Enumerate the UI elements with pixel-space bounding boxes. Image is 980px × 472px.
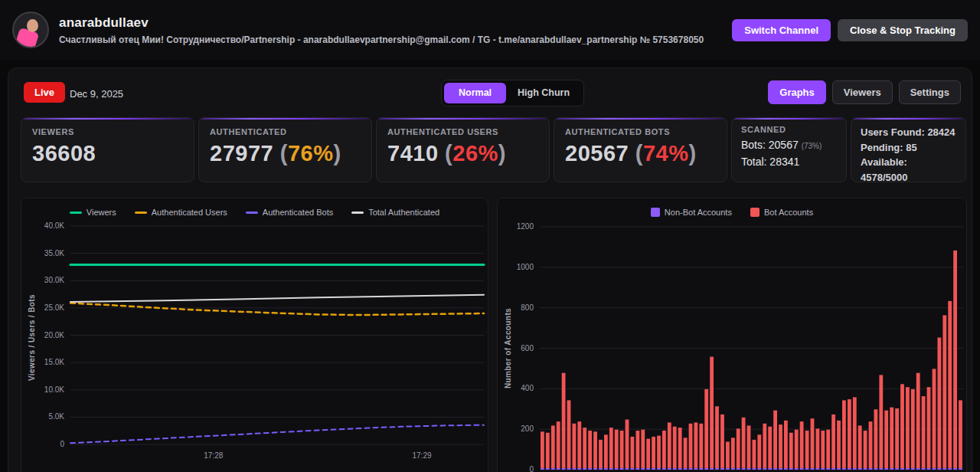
svg-text:25.0K: 25.0K <box>44 303 64 312</box>
close-stop-tracking-button[interactable]: Close & Stop Tracking <box>838 19 968 41</box>
line-chart-y-axis-label: Viewers / Users / Bots <box>28 292 36 384</box>
svg-text:10.0K: 10.0K <box>44 385 64 394</box>
stat-card-viewers: VIEWERS 36608 <box>21 117 194 182</box>
svg-text:20.0K: 20.0K <box>44 331 64 339</box>
channel-username: anarabdullaev <box>59 15 732 31</box>
legend-item-authenticated-users: Authenticated Users <box>135 208 227 217</box>
svg-text:17:29: 17:29 <box>412 451 431 460</box>
stat-card-authenticated-users: AUTHENTICATED USERS 7410 (26%) <box>376 117 550 182</box>
svg-text:0: 0 <box>60 440 64 448</box>
non-bot-swatch <box>651 208 660 217</box>
stat-card-capacity: Users Found: 28424 Pending: 85 Available… <box>851 117 966 182</box>
mode-option-high-churn[interactable]: High Churn <box>506 83 581 103</box>
avatar-face-shape <box>27 19 38 32</box>
tab-viewers[interactable]: Viewers <box>832 80 893 104</box>
legend-item-non-bot-accounts: Non-Bot Accounts <box>651 208 732 217</box>
svg-text:17:28: 17:28 <box>204 451 223 460</box>
legend-item-total-authenticated: Total Authenticated <box>351 208 439 217</box>
stat-card-scanned: SCANNED Bots: 20567 (73%) Total: 28341 <box>731 117 847 182</box>
channel-description: Счастливый отец Мии! Сотрудничество/Part… <box>59 34 732 45</box>
viewers-line-swatch <box>70 211 82 214</box>
dashboard-panel: Live Dec 9, 2025 Normal High Churn Graph… <box>8 67 972 472</box>
total-auth-line-swatch <box>351 211 364 214</box>
svg-text:5.0K: 5.0K <box>48 412 64 421</box>
bot-swatch <box>750 208 760 217</box>
stat-label: SCANNED <box>741 125 837 134</box>
bar-chart-panel: Non-Bot Accounts Bot Accounts Number of … <box>497 198 967 472</box>
pending-line: Pending: 85 <box>861 140 956 156</box>
svg-text:30.0K: 30.0K <box>44 276 64 284</box>
line-chart-legend: Viewers Authenticated Users Authenticate… <box>21 208 488 217</box>
stat-percent: 76% <box>288 141 334 166</box>
auth-users-line-swatch <box>135 211 147 214</box>
legend-item-bot-accounts: Bot Accounts <box>750 208 813 217</box>
tab-graphs[interactable]: Graphs <box>768 80 826 104</box>
svg-text:400: 400 <box>521 384 534 392</box>
svg-text:40.0K: 40.0K <box>44 221 64 230</box>
accounts-bar-chart: 020040060080010001200 <box>498 198 966 472</box>
stat-label: VIEWERS <box>32 127 183 136</box>
live-status-badge: Live <box>24 82 65 103</box>
bar-chart-y-axis-label: Number of Accounts <box>504 306 512 391</box>
svg-text:200: 200 <box>521 424 534 433</box>
svg-text:15.0K: 15.0K <box>44 358 64 366</box>
stream-date: Dec 9, 2025 <box>70 88 123 100</box>
svg-text:0: 0 <box>529 465 534 472</box>
view-switcher: Graphs Viewers Settings <box>768 80 961 104</box>
channel-header: anarabdullaev Счастливый отец Мии! Сотру… <box>0 0 980 60</box>
viewers-line-chart: 05.0K10.0K15.0K20.0K25.0K30.0K35.0K40.0K… <box>21 198 488 472</box>
stat-cards-row: VIEWERS 36608 AUTHENTICATED 27977 (76%) … <box>21 117 966 182</box>
svg-text:1200: 1200 <box>517 222 534 231</box>
stat-label: AUTHENTICATED BOTS <box>565 127 716 136</box>
users-found-line: Users Found: 28424 <box>861 125 956 140</box>
stat-label: AUTHENTICATED <box>210 127 361 136</box>
mode-option-normal[interactable]: Normal <box>444 83 506 103</box>
stat-percent: 26% <box>452 141 498 166</box>
stat-value: 20567 (74%) <box>565 143 716 165</box>
svg-text:600: 600 <box>521 344 534 352</box>
stat-percent: 74% <box>643 141 689 166</box>
legend-item-authenticated-bots: Authenticated Bots <box>246 208 333 217</box>
switch-channel-button[interactable]: Switch Channel <box>732 19 831 41</box>
stat-value: 27977 (76%) <box>210 143 361 165</box>
bar-chart-legend: Non-Bot Accounts Bot Accounts <box>498 208 966 217</box>
tab-settings[interactable]: Settings <box>899 80 961 104</box>
controls-row: Live Dec 9, 2025 Normal High Churn Graph… <box>24 82 961 107</box>
line-chart-panel: Viewers Authenticated Users Authenticate… <box>21 198 488 472</box>
stat-label: AUTHENTICATED USERS <box>387 127 538 136</box>
svg-text:35.0K: 35.0K <box>44 249 64 257</box>
legend-item-viewers: Viewers <box>70 208 116 217</box>
available-line: Available: 4578/5000 <box>861 155 956 182</box>
churn-mode-toggle: Normal High Churn <box>441 80 584 107</box>
scanned-bots-line: Bots: 20567 (73%) <box>741 139 837 151</box>
channel-avatar <box>12 11 49 48</box>
stat-card-authenticated-bots: AUTHENTICATED BOTS 20567 (74%) <box>554 117 727 182</box>
svg-text:1000: 1000 <box>517 263 534 271</box>
stat-value: 7410 (26%) <box>387 143 538 165</box>
stat-card-authenticated: AUTHENTICATED 27977 (76%) <box>198 117 372 182</box>
svg-text:800: 800 <box>521 303 534 312</box>
scanned-total-line: Total: 28341 <box>741 156 837 168</box>
stat-value: 36608 <box>32 143 183 165</box>
auth-bots-line-swatch <box>246 211 258 214</box>
